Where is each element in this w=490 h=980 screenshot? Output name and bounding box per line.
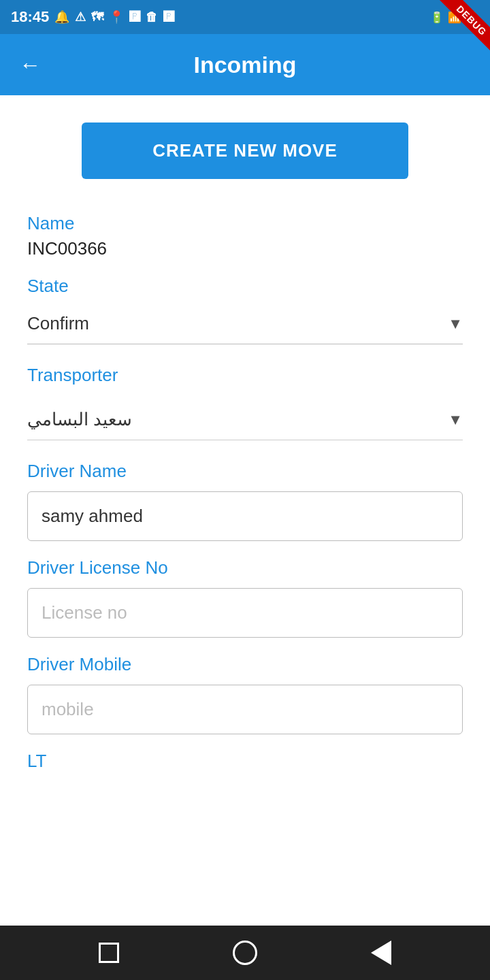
status-bar-right: 🔋 📶 🔋: [430, 11, 479, 24]
time-display: 18:45: [11, 8, 49, 26]
more-content-label: LT: [27, 751, 463, 772]
app-bar: ← Incoming: [0, 34, 490, 95]
main-content: CREATE NEW MOVE Name INC00366 State Conf…: [0, 95, 490, 926]
status-bar-left: 18:45 🔔 ⚠ 🗺 📍 🅿 🗑 🅿: [11, 8, 174, 26]
maps2-icon: 📍: [109, 10, 124, 24]
transporter-dropdown[interactable]: سعيد البسامي ▼: [27, 395, 463, 440]
bottom-nav: [0, 926, 490, 980]
create-new-move-button[interactable]: CREATE NEW MOVE: [82, 122, 408, 179]
battery-x-icon: 🔋: [430, 11, 444, 24]
state-field-label: State: [27, 276, 463, 297]
driver-name-input[interactable]: [27, 491, 463, 541]
home-button[interactable]: [230, 938, 260, 968]
wifi-icon: 📶: [448, 11, 461, 24]
parking2-icon: 🅿: [163, 11, 174, 23]
name-field-value: INC00366: [27, 238, 463, 259]
home-icon: [233, 941, 257, 965]
back-nav-button[interactable]: [366, 938, 396, 968]
driver-mobile-input[interactable]: [27, 685, 463, 734]
warning-icon: ⚠: [75, 10, 86, 24]
maps-icon: 🗺: [91, 10, 103, 24]
back-button[interactable]: ←: [14, 47, 46, 83]
state-dropdown-value: Confirm: [27, 313, 89, 334]
delete-icon: 🗑: [146, 10, 158, 24]
state-dropdown[interactable]: Confirm ▼: [27, 304, 463, 344]
name-field-label: Name: [27, 213, 463, 234]
back-arrow-icon: ←: [19, 52, 41, 78]
driver-mobile-field-label: Driver Mobile: [27, 654, 463, 675]
transporter-chevron-down-icon: ▼: [448, 411, 463, 429]
chevron-down-icon: ▼: [448, 315, 463, 333]
driver-name-field-label: Driver Name: [27, 461, 463, 482]
back-nav-icon: [371, 941, 391, 965]
driver-license-input[interactable]: [27, 588, 463, 638]
recent-apps-button[interactable]: [94, 938, 124, 968]
transporter-field-label: Transporter: [27, 365, 463, 386]
parking-icon: 🅿: [129, 11, 140, 23]
recent-apps-icon: [99, 943, 119, 963]
page-title: Incoming: [193, 52, 296, 78]
driver-license-field-label: Driver License No: [27, 557, 463, 578]
battery-icon: 🔋: [466, 11, 479, 24]
status-bar: 18:45 🔔 ⚠ 🗺 📍 🅿 🗑 🅿 🔋 📶 🔋: [0, 0, 490, 34]
notification-icon: 🔔: [54, 10, 69, 24]
transporter-dropdown-value: سعيد البسامي: [27, 409, 132, 430]
